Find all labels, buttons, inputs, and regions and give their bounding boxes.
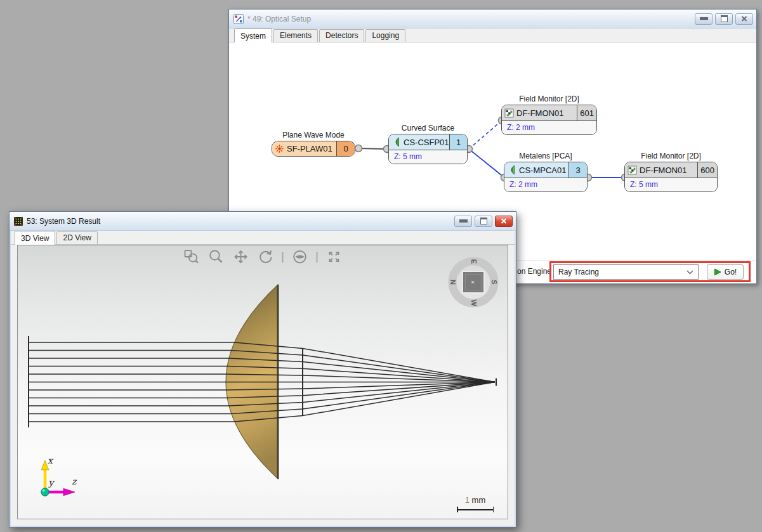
lens-icon — [389, 137, 404, 147]
scale-bar-line — [457, 507, 494, 512]
toolbar-separator — [282, 252, 284, 263]
svg-text:x: x — [470, 281, 476, 283]
restore-button[interactable] — [715, 13, 733, 25]
node-field-monitor-600[interactable]: Field Monitor [2D] — [624, 152, 718, 192]
tab-logging[interactable]: Logging — [365, 29, 405, 42]
svg-text:E: E — [470, 259, 478, 264]
result-titlebar[interactable]: 53: System 3D Result — [10, 212, 516, 231]
result-window-title: 53: System 3D Result — [27, 217, 450, 226]
z-axis-label: z — [72, 476, 77, 486]
play-icon — [714, 268, 721, 276]
desktop: * 49: Optical Setup System Elements Dete… — [0, 0, 762, 532]
close-icon — [501, 218, 507, 224]
tab-system[interactable]: System — [234, 29, 272, 42]
engine-label: on Engine — [517, 267, 551, 276]
zoom-icon[interactable] — [208, 249, 225, 265]
optical-setup-titlebar[interactable]: * 49: Optical Setup — [229, 10, 756, 29]
view-eye-icon[interactable] — [292, 249, 308, 265]
sun-icon — [272, 144, 287, 153]
3d-viewport[interactable]: E S W N x x y z — [17, 245, 508, 519]
tab-elements[interactable]: Elements — [273, 29, 318, 42]
axes-indicator: x y z — [22, 444, 98, 502]
y-axis-label: y — [48, 477, 55, 488]
close-icon — [741, 16, 747, 22]
lens-icon — [504, 165, 519, 175]
result-window-icon — [14, 217, 23, 226]
svg-text:W: W — [470, 299, 478, 306]
restore-button[interactable] — [475, 216, 492, 227]
close-button[interactable] — [495, 216, 513, 227]
simulation-engine-select[interactable]: Ray Tracing — [553, 264, 699, 280]
scale-bar: 1 mm — [457, 495, 494, 512]
node-field-monitor-601[interactable]: Field Monitor [2D] — [501, 94, 597, 135]
optical-setup-title: * 49: Optical Setup — [247, 15, 691, 23]
viewport-toolbar — [183, 249, 343, 265]
connection-curved-surface-to-metalens — [469, 149, 504, 178]
tab-2d-view[interactable]: 2D View — [56, 231, 97, 244]
port-source-out[interactable] — [355, 145, 362, 152]
z-distance[interactable]: Z: 5 mm — [389, 150, 467, 164]
x-axis-label: x — [48, 455, 54, 465]
chevron-down-icon — [686, 270, 693, 275]
node-plane-wave[interactable]: Plane Wave Mode — [272, 131, 355, 157]
result-tabstrip: 3D View 2D View — [10, 231, 516, 245]
zoom-region-icon[interactable] — [183, 249, 200, 265]
connection-source-to-curved-surface — [358, 148, 387, 149]
svg-text:S: S — [490, 280, 498, 284]
restore-icon — [480, 217, 487, 224]
node-curved-surface[interactable]: Curved Surface CS-CS — [388, 124, 468, 164]
minimize-button[interactable] — [695, 13, 713, 25]
close-button[interactable] — [735, 13, 753, 25]
z-distance[interactable]: Z: 2 mm — [502, 120, 596, 134]
rotate-icon[interactable] — [258, 249, 274, 265]
tab-3d-view[interactable]: 3D View — [15, 231, 55, 245]
optical-setup-tabstrip: System Elements Detectors Logging — [229, 29, 756, 42]
system-3d-result-window: 53: System 3D Result 3D View 2D View — [9, 211, 516, 528]
optical-setup-icon — [233, 14, 244, 24]
go-button[interactable]: Go! — [707, 264, 744, 280]
fullscreen-icon[interactable] — [326, 249, 343, 265]
node-metalens[interactable]: Metalens [PCA] CS-MP — [504, 152, 588, 192]
connection-curved-surface-to-monitor-601 — [469, 120, 502, 149]
pan-icon[interactable] — [233, 249, 249, 265]
z-distance[interactable]: Z: 2 mm — [504, 178, 587, 191]
minimize-icon — [459, 219, 468, 223]
z-distance[interactable]: Z: 5 mm — [625, 178, 717, 191]
svg-text:N: N — [449, 280, 457, 285]
minimize-icon — [700, 17, 708, 20]
restore-icon — [721, 15, 728, 22]
tab-detectors[interactable]: Detectors — [319, 29, 364, 42]
minimize-button[interactable] — [454, 216, 472, 227]
field-monitor-icon — [625, 165, 640, 175]
toolbar-separator — [317, 252, 318, 263]
orientation-compass[interactable]: E S W N x — [447, 256, 500, 309]
field-monitor-icon — [502, 108, 516, 118]
